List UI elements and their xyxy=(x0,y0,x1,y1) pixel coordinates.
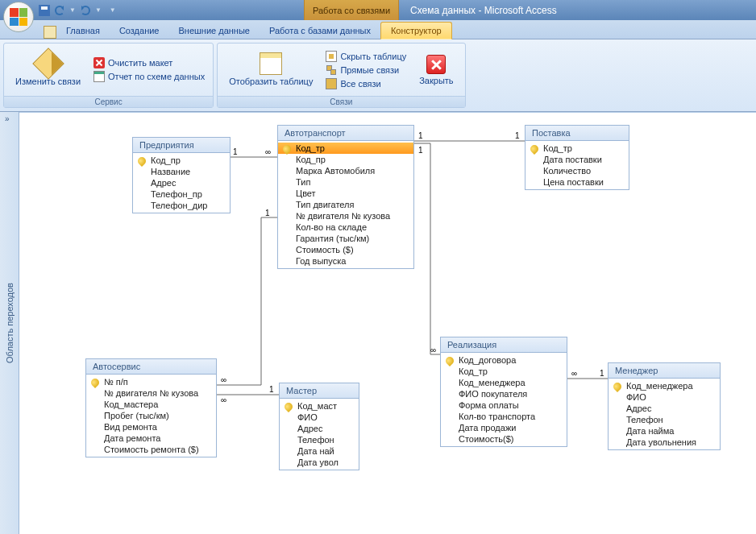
tab-external-data[interactable]: Внешние данные xyxy=(169,23,260,39)
tab-database-tools[interactable]: Работа с базами данных xyxy=(260,23,380,39)
table-field[interactable]: Количество xyxy=(525,165,629,176)
table-title: Реализация xyxy=(441,337,567,353)
table-realizatsiya[interactable]: Реализация Код_договораКод_трКод_менедже… xyxy=(440,337,567,447)
table-manager[interactable]: Менеджер Код_менеджераФИОАдресТелефонДат… xyxy=(608,362,721,450)
table-body: Код_прНазваниеАдресТелефон_прТелефон_дир xyxy=(133,153,230,213)
edit-links-button[interactable]: Изменить связи xyxy=(9,51,87,88)
table-field[interactable]: Тип xyxy=(278,176,413,188)
table-field[interactable]: Дата увол xyxy=(280,457,359,468)
table-field[interactable]: Дата продажи xyxy=(441,422,567,433)
table-field[interactable]: Код_маст xyxy=(280,400,359,412)
table-field[interactable]: Телефон_дир xyxy=(133,200,230,211)
clear-icon xyxy=(93,57,105,68)
office-logo-icon xyxy=(10,8,27,26)
table-field[interactable]: ФИО xyxy=(280,412,359,423)
table-field[interactable]: Пробег (тыс/км) xyxy=(86,410,216,421)
window-title: Схема данных - Microsoft Access xyxy=(399,5,568,16)
table-field[interactable]: Тип двигателя xyxy=(278,199,413,210)
all-links-button[interactable]: Все связи xyxy=(322,77,409,90)
table-field[interactable]: Код_менеджера xyxy=(441,377,567,388)
table-field[interactable]: Код_менеджера xyxy=(609,380,720,391)
table-field[interactable]: Код_тр xyxy=(525,143,629,154)
table-body: Код_договораКод_трКод_менеджераФИО покуп… xyxy=(441,353,567,446)
svg-text:∞: ∞ xyxy=(430,346,436,354)
hide-table-label: Скрыть таблицу xyxy=(340,52,406,61)
table-avtotransport[interactable]: Автотранспорт Код_трКод_прМарка Автомоби… xyxy=(277,125,414,269)
close-button[interactable]: Закрыть xyxy=(413,53,459,87)
table-field[interactable]: Стоимость ремонта ($) xyxy=(86,444,216,455)
table-body: Код_мастФИОАдресТелефонДата найДата увол xyxy=(280,399,359,470)
paste-icon[interactable] xyxy=(44,26,56,39)
table-field[interactable]: Телефон xyxy=(609,414,720,425)
relationships-canvas[interactable]: 1 ∞ 1 1 1 ∞ 1 ∞ 1 ∞ 1 ∞ Предприятия Код_… xyxy=(19,112,756,534)
table-field[interactable]: Код_мастера xyxy=(86,399,216,410)
svg-text:∞: ∞ xyxy=(221,375,226,384)
table-title: Мастер xyxy=(280,383,359,399)
table-field[interactable]: Год выпуска xyxy=(278,255,413,267)
undo-icon[interactable] xyxy=(55,6,64,15)
svg-text:1: 1 xyxy=(265,209,270,217)
nav-pane-expand-icon[interactable]: » xyxy=(5,114,10,123)
schema-report-label: Отчет по схеме данных xyxy=(108,72,205,81)
table-field[interactable]: Форма оплаты xyxy=(441,399,567,411)
table-field[interactable]: Код_пр xyxy=(278,154,413,165)
hide-table-button[interactable]: Скрыть таблицу xyxy=(322,50,409,63)
table-field[interactable]: Код_пр xyxy=(133,155,230,166)
table-field[interactable]: Адрес xyxy=(609,403,720,414)
table-field[interactable]: Цвет xyxy=(278,188,413,199)
close-icon xyxy=(426,55,446,74)
direct-links-button[interactable]: Прямые связи xyxy=(322,64,409,77)
table-field[interactable]: Адрес xyxy=(133,177,230,188)
table-field[interactable]: Стоимость($) xyxy=(441,433,567,445)
table-field[interactable]: Дата най xyxy=(280,445,359,457)
table-postavka[interactable]: Поставка Код_трДата поставкиКоличествоЦе… xyxy=(525,125,629,190)
table-field[interactable]: Телефон xyxy=(280,434,359,445)
svg-text:1: 1 xyxy=(418,146,423,155)
table-field[interactable]: Адрес xyxy=(280,423,359,434)
direct-links-icon xyxy=(326,64,337,76)
save-icon[interactable] xyxy=(39,5,50,16)
table-field[interactable]: ФИО покупателя xyxy=(441,388,567,399)
table-master[interactable]: Мастер Код_мастФИОАдресТелефонДата найДа… xyxy=(279,383,359,470)
clear-layout-button[interactable]: Очистить макет xyxy=(90,56,208,69)
table-field[interactable]: Код_тр xyxy=(441,366,567,377)
table-body: Код_трДата поставкиКоличествоЦена постав… xyxy=(525,141,629,189)
ribbon-group-links: Отобразить таблицу Скрыть таблицу Прямые… xyxy=(217,43,465,108)
tab-designer[interactable]: Конструктор xyxy=(380,22,452,39)
schema-report-button[interactable]: Отчет по схеме данных xyxy=(90,70,208,83)
table-field[interactable]: Кол-во на складе xyxy=(278,221,413,233)
table-field[interactable]: Цена поставки xyxy=(525,176,629,188)
table-field[interactable]: № п/п xyxy=(86,376,216,387)
table-field[interactable]: Гарантия (тыс/км) xyxy=(278,233,413,244)
table-field[interactable]: № двигателя № кузова xyxy=(278,210,413,221)
show-table-button[interactable]: Отобразить таблицу xyxy=(222,51,319,88)
table-field[interactable]: Дата увольнения xyxy=(609,437,720,448)
office-button[interactable] xyxy=(3,2,34,32)
table-field[interactable]: Название xyxy=(133,166,230,177)
table-field[interactable]: Кол-во транспорта xyxy=(441,411,567,422)
redo-icon[interactable] xyxy=(81,6,90,15)
undo-dropdown-icon[interactable]: ▼ xyxy=(69,6,76,14)
table-field[interactable]: Код_договора xyxy=(441,354,567,366)
redo-dropdown-icon[interactable]: ▼ xyxy=(95,6,102,14)
table-body: Код_трКод_прМарка АвтомобиляТипЦветТип д… xyxy=(278,141,413,268)
tab-home[interactable]: Главная xyxy=(56,23,110,39)
table-field[interactable]: Код_тр xyxy=(278,143,413,154)
table-autoservice[interactable]: Автосервис № п/п№ двигателя № кузоваКод_… xyxy=(85,358,217,457)
tab-create[interactable]: Создание xyxy=(110,23,169,39)
table-field[interactable]: Вид ремонта xyxy=(86,421,216,433)
table-field[interactable]: Стоимость ($) xyxy=(278,244,413,255)
nav-pane-collapsed[interactable]: Область переходов xyxy=(0,112,19,534)
table-field[interactable]: № двигателя № кузова xyxy=(86,387,216,399)
table-predpriyatiya[interactable]: Предприятия Код_прНазваниеАдресТелефон_п… xyxy=(132,137,231,213)
table-field[interactable]: Дата найма xyxy=(609,425,720,437)
nav-pane-label: Область переходов xyxy=(5,283,15,363)
qat-customize-icon[interactable]: ▼ xyxy=(110,6,116,14)
table-field[interactable]: ФИО xyxy=(609,391,720,403)
table-field[interactable]: Марка Автомобиля xyxy=(278,165,413,176)
table-field[interactable]: Дата поставки xyxy=(525,154,629,165)
svg-text:∞: ∞ xyxy=(221,395,226,404)
table-field[interactable]: Телефон_пр xyxy=(133,188,230,200)
svg-text:1: 1 xyxy=(233,147,238,156)
table-field[interactable]: Дата ремонта xyxy=(86,433,216,444)
